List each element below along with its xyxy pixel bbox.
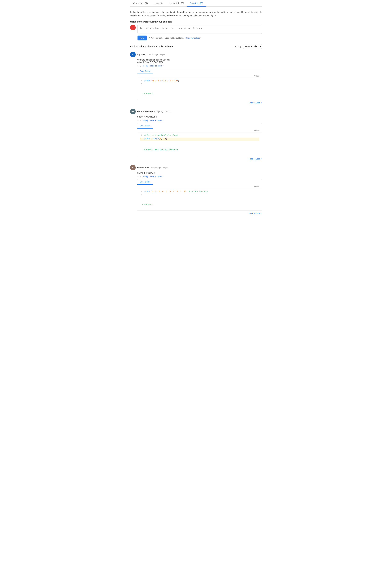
correct-check-icon: ✓ (142, 149, 143, 151)
hide-solution-link[interactable]: Hide solution ↑ (150, 175, 163, 178)
time-ago: 6 days ago (154, 110, 164, 113)
correct-text: Correct (144, 93, 153, 95)
reply-link[interactable]: Reply (143, 175, 148, 178)
post-row: Post ✓ Your current solution will be pub… (130, 36, 262, 40)
code-editor: Code Editor Python 1 print(1, 2, 3, 4, 5… (137, 179, 262, 211)
code-content (144, 83, 259, 85)
like-row: ♡ 1 (137, 119, 141, 122)
write-solution-row: T (130, 25, 262, 34)
author-avatar: VD (130, 165, 136, 170)
solution-text: easy but with style (137, 172, 262, 174)
like-count: 1 (140, 119, 141, 121)
correct-text: Correct, but can be improved (144, 149, 178, 151)
author-avatar: S (130, 52, 136, 57)
post-note-text: Your current solution will be published (151, 37, 184, 39)
code-content: # Posted from EduTools plugin (144, 134, 259, 137)
sort-select[interactable]: Most popular (243, 44, 262, 49)
tab-hints[interactable]: Hints (0) (151, 0, 166, 7)
tab-comments[interactable]: Comments (1) (130, 0, 151, 7)
code-body: 1 print(1, 2, 3, 4, 5, 6, 7, 8, 9, 10) #… (137, 189, 262, 211)
hide-bottom-link[interactable]: Hide solution ↑ (249, 102, 262, 104)
reply-link[interactable]: Reply (143, 119, 148, 121)
sort-label: Sort by: (234, 45, 242, 48)
report-link[interactable]: Report (166, 110, 171, 113)
code-line: 2 (140, 83, 259, 86)
code-content: print(1, 2, 3, 4, 5, 6, 7, 8, 9, 10) # p… (144, 190, 259, 192)
code-line: 1 print("1 2 3 4 5 6 7 8 9 10") (140, 80, 259, 83)
solution-card: S Squadz 3 months ago Report Or more sim… (130, 52, 262, 104)
solution-meta: S Squadz 3 months ago Report (130, 52, 262, 57)
correct-status: ✓ Correct (140, 202, 259, 207)
line-number: 1 (140, 134, 142, 137)
tab-useful-links[interactable]: Useful links (0) (166, 0, 187, 7)
solution-card: PS Petar Stoyanov 6 days ago Report Shor… (130, 109, 262, 160)
like-count: 2 (140, 65, 141, 67)
time-ago: 3 months ago (146, 53, 159, 56)
code-lang: Python (137, 74, 262, 78)
line-number: 1 (140, 80, 142, 82)
line-number: 2 (140, 83, 142, 85)
code-editor: Code Editor Python 1 # Posted from EduTo… (137, 123, 262, 156)
hide-solution-bottom: Hide solution ↑ (137, 101, 262, 104)
correct-text: Correct (144, 203, 153, 205)
solution-meta: VD vecino darx 21 days ago Report (130, 165, 262, 170)
like-row: ♡ 1 (137, 175, 141, 178)
line-number: 2 (140, 194, 142, 196)
warn-icon: ⚠ (140, 138, 142, 140)
like-row: ♡ 2 (137, 65, 141, 67)
hide-solution-bottom: Hide solution ↑ (137, 157, 262, 160)
like-count: 1 (140, 175, 141, 178)
user-avatar: T (130, 25, 136, 30)
post-note: ✓ Your current solution will be publishe… (148, 37, 203, 39)
code-line: 1 # Posted from EduTools plugin (140, 134, 259, 138)
author-avatar: PS (130, 109, 136, 114)
line-number: 1 (140, 190, 142, 192)
tabs-bar: Comments (1) Hints (0) Useful links (0) … (130, 0, 262, 7)
hide-solution-bottom: Hide solution ↑ (137, 211, 262, 215)
action-row: ♡ 2 Reply Hide solution ↑ (137, 65, 262, 67)
code-content (144, 194, 259, 196)
solutions-title: Look at other solutions to this problem (130, 45, 173, 48)
hide-bottom-link[interactable]: Hide solution ↑ (249, 212, 262, 215)
code-line-warn: ⚠ print(*range(1,11)) (140, 138, 259, 141)
correct-check-icon: ✓ (142, 93, 143, 95)
code-line: 2 (140, 194, 259, 197)
author-name: vecino darx (137, 166, 149, 169)
time-ago: 21 days ago (151, 166, 161, 169)
solution-card: VD vecino darx 21 days ago Report easy b… (130, 165, 262, 215)
post-button[interactable]: Post (138, 36, 147, 40)
code-body: 1 # Posted from EduTools plugin ⚠ print(… (137, 133, 262, 156)
sort-row: Sort by: Most popular (234, 44, 262, 49)
action-row: ♡ 1 Reply Hide solution ↑ (137, 119, 262, 122)
heart-icon[interactable]: ♡ (137, 65, 139, 67)
code-editor: Code Editor Python 1 print("1 2 3 4 5 6 … (137, 69, 262, 100)
write-solution-title: Write a few words about your solution (130, 20, 262, 23)
solution-input[interactable] (138, 25, 262, 34)
report-link[interactable]: Report (160, 53, 165, 56)
show-solution-link[interactable]: Show my solution ↓ (185, 37, 203, 39)
code-editor-tab[interactable]: Code Editor (137, 123, 153, 129)
hide-solution-link[interactable]: Hide solution ↑ (150, 65, 163, 67)
hide-bottom-link[interactable]: Hide solution ↑ (249, 158, 262, 160)
code-content: print(*range(1,11)) (144, 138, 259, 140)
author-name: Squadz (137, 53, 145, 56)
code-editor-tab[interactable]: Code Editor (137, 179, 153, 185)
code-content: print("1 2 3 4 5 6 7 8 9 10") (144, 80, 259, 82)
reply-link[interactable]: Reply (143, 65, 148, 67)
tab-solutions[interactable]: Solutions (9) (187, 0, 206, 7)
correct-status: ✓ Correct (140, 91, 259, 97)
hide-solution-link[interactable]: Hide solution ↑ (150, 119, 163, 121)
solutions-header: Look at other solutions to this problem … (130, 44, 262, 49)
code-body: 1 print("1 2 3 4 5 6 7 8 9 10") 2 ✓ Corr… (137, 78, 262, 100)
heart-icon[interactable]: ♡ (137, 175, 139, 178)
code-line: 1 print(1, 2, 3, 4, 5, 6, 7, 8, 9, 10) #… (140, 190, 259, 194)
solution-text: Or more simple for newbie people:print("… (137, 59, 262, 63)
intro-text: In this thread learners can share their … (130, 10, 262, 17)
code-editor-tab[interactable]: Code Editor (137, 69, 153, 74)
heart-icon[interactable]: ♡ (137, 119, 139, 122)
action-row: ♡ 1 Reply Hide solution ↑ (137, 175, 262, 178)
code-lang: Python (137, 185, 262, 189)
correct-status: ✓ Correct, but can be improved (140, 147, 259, 153)
correct-check-icon: ✓ (142, 203, 143, 206)
report-link[interactable]: Report (163, 167, 169, 169)
